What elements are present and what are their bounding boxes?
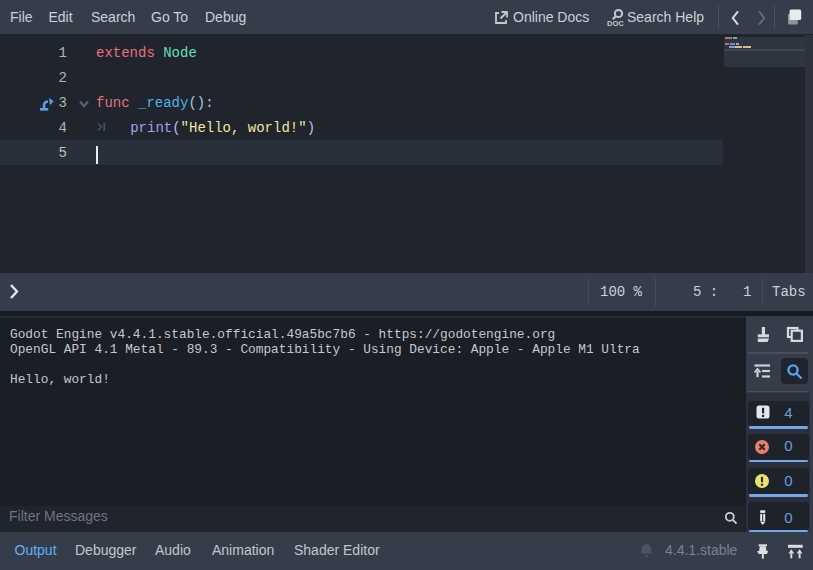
svg-text:DOC: DOC (607, 19, 624, 27)
